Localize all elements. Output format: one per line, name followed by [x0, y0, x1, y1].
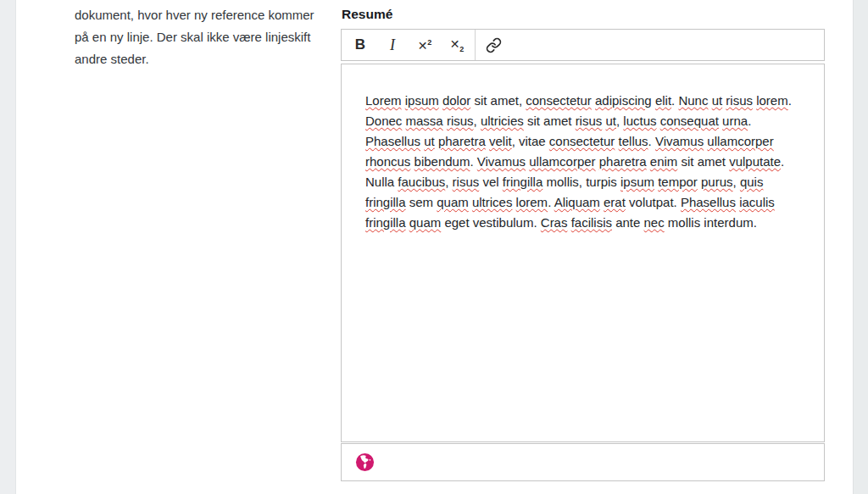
- misspelled-word: risus: [726, 93, 753, 108]
- misspelled-word: adipiscing: [595, 93, 652, 108]
- text-segment: vel: [479, 175, 503, 189]
- richtext-editor-body[interactable]: Lorem ipsum dolor sit amet, consectetur …: [341, 64, 825, 442]
- editor-line: Phasellus ut pharetra velit, vitae conse…: [365, 131, 800, 152]
- misspelled-word: luctus: [623, 114, 656, 128]
- description-line: på en ny linje. Der skal ikke være linje…: [75, 26, 329, 48]
- misspelled-word: rhoncus: [365, 154, 410, 169]
- text-segment: Nulla: [365, 175, 398, 189]
- misspelled-word: fringilla: [365, 215, 406, 230]
- toolbar-separator: [475, 30, 476, 60]
- description-line: dokument, hvor hver ny reference kommer: [75, 4, 329, 26]
- editor-line: Nulla faucibus, risus vel fringilla moll…: [365, 172, 800, 192]
- misspelled-word: vulputate: [729, 154, 781, 169]
- superscript-icon: ✕2: [418, 38, 432, 53]
- misspelled-word: pharetra: [599, 154, 647, 169]
- text-segment: mollis interdum.: [665, 215, 757, 230]
- misspelled-word: consequat: [660, 114, 719, 128]
- text-segment: .: [548, 195, 554, 209]
- field-label-resume: Resumé: [342, 7, 825, 22]
- misspelled-word: lorem: [516, 195, 548, 209]
- text-segment: ,: [733, 175, 740, 189]
- misspelled-word: velit: [489, 134, 512, 148]
- text-segment: sit amet,: [470, 93, 526, 108]
- text-segment: .: [788, 93, 792, 108]
- misspelled-word: ultricies: [481, 114, 524, 128]
- misspelled-word: fringilla: [503, 175, 543, 189]
- misspelled-word: Phasellus: [681, 195, 736, 209]
- text-segment: , vitae: [512, 134, 549, 148]
- richtext-editor-footer: [341, 443, 825, 481]
- misspelled-word: massa: [406, 114, 443, 128]
- text-segment: ,: [445, 175, 452, 189]
- misspelled-word: quis: [740, 175, 764, 189]
- misspelled-word: faucibus: [398, 175, 445, 189]
- misspelled-word: lorem: [756, 93, 788, 108]
- link-button[interactable]: [477, 30, 509, 60]
- misspelled-word: Cras: [541, 215, 568, 230]
- text-segment: sit amet: [524, 114, 576, 128]
- editor-line: fringilla quam eget vestibulum. Cras fac…: [365, 213, 800, 233]
- richtext-toolbar: B I ✕2 ✕2: [341, 29, 825, 61]
- misspelled-word: bibendum: [415, 154, 470, 169]
- misspelled-word: enim: [650, 154, 678, 169]
- misspelled-word: tellus: [619, 134, 648, 148]
- misspelled-word: ultrices: [472, 195, 513, 209]
- misspelled-word: quam: [437, 195, 469, 209]
- subscript-icon: ✕2: [450, 37, 465, 53]
- text-segment: .: [748, 114, 751, 128]
- page-gutter-left: [0, 0, 16, 494]
- property-description: dokument, hvor hver ny reference kommer …: [75, 4, 329, 70]
- resume-property-panel: Resumé B I ✕2 ✕2 Lorem ipsum dolor sit a…: [341, 4, 825, 481]
- text-segment: eget vestibulum.: [441, 215, 541, 230]
- misspelled-word: elit: [655, 93, 671, 108]
- text-segment: .: [781, 154, 784, 169]
- text-segment: sem: [406, 195, 437, 209]
- text-segment: ,: [474, 114, 481, 128]
- editor-line: Lorem ipsum dolor sit amet, consectetur …: [365, 91, 800, 111]
- link-icon: [486, 37, 502, 53]
- misspelled-word: facilisis: [571, 215, 612, 230]
- italic-button[interactable]: I: [376, 30, 409, 60]
- misspelled-word: Aliquam: [554, 195, 600, 209]
- page-gutter-right: [853, 0, 868, 494]
- misspelled-word: ipsum: [620, 175, 654, 189]
- misspelled-word: iaculis: [739, 195, 775, 209]
- text-segment: volutpat.: [626, 195, 681, 209]
- misspelled-word: ut: [712, 93, 723, 108]
- misspelled-word: Vivamus: [655, 134, 704, 148]
- misspelled-word: nec: [644, 215, 665, 230]
- text-segment: .: [470, 154, 476, 169]
- text-segment: .: [648, 134, 655, 148]
- text-segment: sit amet: [677, 154, 729, 169]
- globe-americas-icon[interactable]: [355, 452, 375, 472]
- misspelled-word: ut: [424, 134, 435, 148]
- misspelled-word: Vivamus: [477, 154, 526, 169]
- description-line: andre steder.: [75, 48, 329, 70]
- misspelled-word: quam: [409, 215, 442, 230]
- subscript-button[interactable]: ✕2: [441, 30, 473, 60]
- misspelled-word: Lorem: [365, 93, 402, 108]
- misspelled-word: ipsum: [405, 93, 439, 108]
- misspelled-word: fringilla: [365, 195, 406, 209]
- text-segment: mollis, turpis: [542, 175, 620, 189]
- text-segment: ante: [612, 215, 644, 230]
- misspelled-word: Donec: [365, 114, 402, 128]
- misspelled-word: consectetur: [549, 134, 615, 148]
- misspelled-word: urna: [722, 114, 748, 128]
- editor-line: Donec massa risus, ultricies sit amet ri…: [365, 111, 800, 131]
- misspelled-word: consectetur: [526, 93, 592, 108]
- misspelled-word: erat: [604, 195, 626, 209]
- misspelled-word: ullamcorper: [707, 134, 773, 148]
- misspelled-word: Nunc: [678, 93, 708, 108]
- bold-button[interactable]: B: [344, 30, 376, 60]
- misspelled-word: purus: [701, 175, 733, 189]
- misspelled-word: ut: [605, 114, 616, 128]
- misspelled-word: Phasellus: [365, 134, 420, 148]
- superscript-button[interactable]: ✕2: [409, 30, 441, 60]
- misspelled-word: risus: [576, 114, 603, 128]
- misspelled-word: risus: [447, 114, 474, 128]
- misspelled-word: tempor: [658, 175, 698, 189]
- editor-line: rhoncus bibendum. Vivamus ullamcorper ph…: [365, 152, 800, 172]
- editor-line: fringilla sem quam ultrices lorem. Aliqu…: [365, 192, 800, 213]
- misspelled-word: risus: [453, 175, 480, 189]
